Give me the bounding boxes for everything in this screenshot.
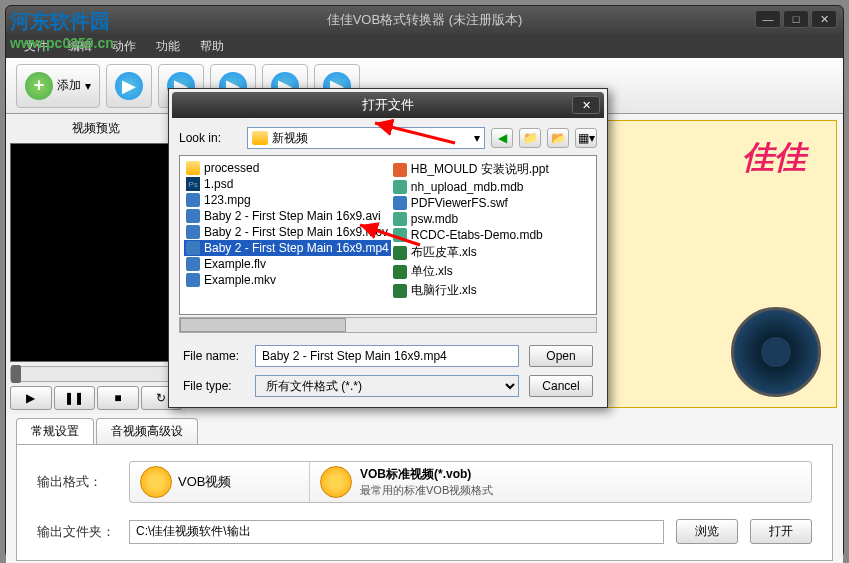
file-name: 1.psd (204, 177, 233, 191)
vid-icon (186, 257, 200, 271)
file-item[interactable]: Example.mkv (184, 272, 391, 288)
file-name: 123.mpg (204, 193, 251, 207)
file-item[interactable]: Baby 2 - First Step Main 16x9.avi (184, 208, 391, 224)
add-label: 添加 (57, 77, 81, 94)
lookin-label: Look in: (179, 131, 241, 145)
seek-bar[interactable] (10, 366, 182, 382)
file-item[interactable]: 电脑行业.xls (391, 281, 592, 300)
file-name: 布匹皮革.xls (411, 244, 477, 261)
close-button[interactable]: ✕ (811, 10, 837, 28)
file-item[interactable]: Baby 2 - First Step Main 16x9.mp4 (184, 240, 391, 256)
file-item[interactable]: 单位.xls (391, 262, 592, 281)
video-preview-panel: 视频预览 ▶ ❚❚ ■ ↻ (6, 114, 186, 414)
nav-view-button[interactable]: ▦▾ (575, 128, 597, 148)
format-label: 输出格式： (37, 473, 117, 491)
filetype-label: File type: (183, 379, 245, 393)
vid-icon (393, 196, 407, 210)
menu-edit[interactable]: 编辑 (58, 34, 102, 58)
format-title: VOB标准视频(*.vob) (360, 466, 493, 483)
db-icon (393, 228, 407, 242)
file-item[interactable]: nh_upload_mdb.mdb (391, 179, 592, 195)
horizontal-scrollbar[interactable] (179, 317, 597, 333)
vid-icon (186, 209, 200, 223)
file-item[interactable]: Baby 2 - First Step Main 16x9.mov (184, 224, 391, 240)
format-right[interactable]: VOB标准视频(*.vob) 最常用的标准VOB视频格式 (310, 462, 811, 502)
lookin-combo[interactable]: 新视频 ▾ (247, 127, 485, 149)
folder-icon (252, 131, 268, 145)
minimize-button[interactable]: — (755, 10, 781, 28)
file-name: Baby 2 - First Step Main 16x9.avi (204, 209, 381, 223)
folder-label: 输出文件夹： (37, 523, 117, 541)
file-item[interactable]: processed (184, 160, 391, 176)
disc-icon (731, 307, 821, 397)
file-name: Example.mkv (204, 273, 276, 287)
file-name: RCDC-Etabs-Demo.mdb (411, 228, 543, 242)
browse-button[interactable]: 浏览 (676, 519, 738, 544)
video-controls: ▶ ❚❚ ■ ↻ (10, 386, 182, 410)
lookin-value: 新视频 (272, 130, 308, 147)
file-name: psw.mdb (411, 212, 458, 226)
filename-input[interactable] (255, 345, 519, 367)
file-name: Baby 2 - First Step Main 16x9.mov (204, 225, 388, 239)
menu-file[interactable]: 文件 (14, 34, 58, 58)
nav-up-button[interactable]: 📁 (519, 128, 541, 148)
filename-label: File name: (183, 349, 245, 363)
file-item[interactable]: 布匹皮革.xls (391, 243, 592, 262)
format-short: VOB视频 (178, 473, 231, 491)
vplay-button[interactable]: ▶ (10, 386, 52, 410)
open-button[interactable]: Open (529, 345, 593, 367)
format-left[interactable]: VOB视频 (130, 462, 310, 502)
open-folder-button[interactable]: 打开 (750, 519, 812, 544)
titlebar[interactable]: 佳佳VOB格式转换器 (未注册版本) — □ ✕ (6, 6, 843, 34)
window-title: 佳佳VOB格式转换器 (未注册版本) (327, 11, 523, 29)
vstop-button[interactable]: ■ (97, 386, 139, 410)
dropdown-icon: ▾ (85, 79, 91, 93)
folder-input[interactable] (129, 520, 664, 544)
tab-advanced[interactable]: 音视频高级设 (96, 418, 198, 444)
file-name: HB_MOULD 安装说明.ppt (411, 161, 549, 178)
vpause-button[interactable]: ❚❚ (54, 386, 96, 410)
file-item[interactable]: PDFViewerFS.swf (391, 195, 592, 211)
menu-help[interactable]: 帮助 (190, 34, 234, 58)
filename-row: File name: Open (183, 345, 593, 367)
cancel-button[interactable]: Cancel (529, 375, 593, 397)
folder-icon (186, 161, 200, 175)
play-icon: ▶ (115, 72, 143, 100)
filetype-row: File type: 所有文件格式 (*.*) Cancel (183, 375, 593, 397)
file-item[interactable]: HB_MOULD 安装说明.ppt (391, 160, 592, 179)
settings-area: 常规设置 音视频高级设 输出格式： VOB视频 VOB标准视频(*.vob) 最… (6, 414, 843, 563)
nav-newfolder-button[interactable]: 📂 (547, 128, 569, 148)
dialog-titlebar[interactable]: 打开文件 ✕ (172, 92, 604, 118)
dialog-bottom: File name: Open File type: 所有文件格式 (*.*) … (169, 335, 607, 407)
file-list[interactable]: processedPs1.psd123.mpgBaby 2 - First St… (179, 155, 597, 315)
open-file-dialog: 打开文件 ✕ Look in: 新视频 ▾ ◀ 📁 📂 ▦▾ processed… (168, 88, 608, 408)
nav-back-button[interactable]: ◀ (491, 128, 513, 148)
file-item[interactable]: 123.mpg (184, 192, 391, 208)
file-item[interactable]: psw.mdb (391, 211, 592, 227)
seek-thumb[interactable] (11, 365, 21, 383)
output-format-row: 输出格式： VOB视频 VOB标准视频(*.vob) 最常用的标准VOB视频格式 (37, 461, 812, 503)
file-name: nh_upload_mdb.mdb (411, 180, 524, 194)
file-item[interactable]: Example.flv (184, 256, 391, 272)
add-button[interactable]: + 添加 ▾ (16, 64, 100, 108)
video-display[interactable] (10, 143, 182, 362)
scroll-thumb[interactable] (180, 318, 346, 332)
menu-action[interactable]: 动作 (102, 34, 146, 58)
file-name: PDFViewerFS.swf (411, 196, 508, 210)
tab-content: 输出格式： VOB视频 VOB标准视频(*.vob) 最常用的标准VOB视频格式 (16, 444, 833, 561)
dialog-close-button[interactable]: ✕ (572, 96, 600, 114)
filetype-select[interactable]: 所有文件格式 (*.*) (255, 375, 519, 397)
file-item[interactable]: Ps1.psd (184, 176, 391, 192)
tab-general[interactable]: 常规设置 (16, 418, 94, 444)
xls-icon (393, 265, 407, 279)
chevron-down-icon: ▾ (474, 131, 480, 145)
plus-icon: + (25, 72, 53, 100)
file-name: Example.flv (204, 257, 266, 271)
menu-function[interactable]: 功能 (146, 34, 190, 58)
dvd-icon (320, 466, 352, 498)
file-item[interactable]: RCDC-Etabs-Demo.mdb (391, 227, 592, 243)
maximize-button[interactable]: □ (783, 10, 809, 28)
toolbar-button-2[interactable]: ▶ (106, 64, 152, 108)
vid-icon (186, 193, 200, 207)
menubar: 文件 编辑 动作 功能 帮助 (6, 34, 843, 58)
